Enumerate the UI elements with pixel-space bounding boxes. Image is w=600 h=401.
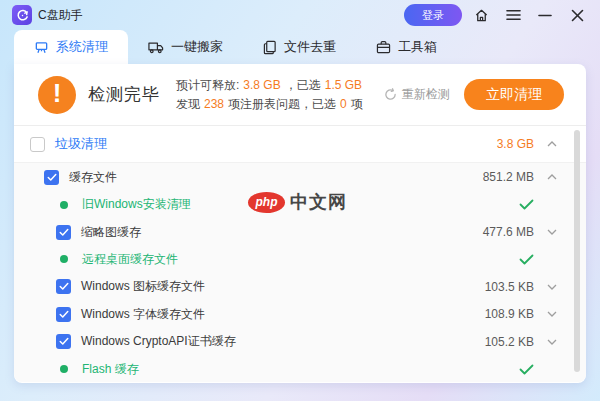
checkbox[interactable]	[30, 137, 45, 152]
green-dot-icon	[60, 365, 68, 373]
app-window: C盘助手 登录	[0, 0, 600, 401]
toolbox-icon	[376, 40, 391, 54]
checkbox[interactable]	[56, 279, 71, 294]
list-item-label: Flash 缓存	[82, 361, 139, 378]
list-item-size: 105.2 KB	[470, 335, 534, 349]
clean-now-button[interactable]: 立即清理	[464, 79, 564, 110]
green-dot-icon	[60, 201, 68, 209]
close-icon[interactable]	[564, 3, 590, 27]
tab-label: 系统清理	[56, 38, 108, 56]
checkbox[interactable]	[44, 170, 59, 185]
menu-icon[interactable]	[500, 3, 526, 27]
dedupe-icon	[263, 40, 277, 55]
watermark: php 中文网	[248, 190, 347, 214]
done-check-icon	[470, 254, 534, 265]
tab-system-clean[interactable]: 系统清理	[14, 30, 128, 64]
checkbox[interactable]	[56, 225, 71, 240]
chevron-down-icon[interactable]	[546, 311, 558, 317]
tab-bar: 系统清理 一键搬家 文件去重 工具箱	[0, 30, 600, 64]
list-item-size: 477.6 MB	[470, 225, 534, 239]
chevron-down-icon[interactable]	[546, 229, 558, 235]
group-size: 3.8 GB	[470, 137, 534, 151]
group-row-garbage-clean[interactable]: 垃圾清理 3.8 GB	[14, 126, 586, 162]
list-item-label: Windows 图标缓存文件	[81, 278, 205, 295]
list-item-cryptoapi-cache[interactable]: Windows CryptoAPI证书缓存 105.2 KB	[14, 328, 586, 355]
done-check-icon	[470, 199, 534, 210]
home-icon[interactable]	[468, 3, 494, 27]
clean-icon	[34, 40, 49, 55]
tab-toolbox[interactable]: 工具箱	[356, 30, 457, 64]
tab-one-key-move[interactable]: 一键搬家	[128, 30, 243, 64]
titlebar: C盘助手 登录	[0, 0, 600, 30]
minimize-icon[interactable]	[532, 3, 558, 27]
list-item-font-cache[interactable]: Windows 字体缓存文件 108.9 KB	[14, 301, 586, 328]
list-item-icon-cache[interactable]: Windows 图标缓存文件 103.5 KB	[14, 273, 586, 300]
cleanup-list: 垃圾清理 3.8 GB 缓存文件 851.2 MB	[14, 126, 586, 382]
rescan-label: 重新检测	[402, 86, 450, 103]
list-item-cache-files[interactable]: 缓存文件 851.2 MB	[14, 163, 586, 191]
registry-count: 238	[204, 97, 224, 111]
list-item-label: 远程桌面缓存文件	[82, 251, 178, 268]
truck-icon	[148, 40, 164, 54]
list-item-size: 108.9 KB	[470, 307, 534, 321]
list-item-thumbnail-cache[interactable]: 缩略图缓存 477.6 MB	[14, 218, 586, 245]
freeable-size: 3.8 GB	[243, 78, 280, 92]
checkbox[interactable]	[56, 307, 71, 322]
tab-label: 工具箱	[398, 38, 437, 56]
chevron-up-icon[interactable]	[546, 141, 558, 147]
list-item-label: Windows CryptoAPI证书缓存	[81, 333, 236, 350]
group-label: 垃圾清理	[55, 135, 107, 153]
list-item-label: Windows 字体缓存文件	[81, 306, 205, 323]
login-button[interactable]: 登录	[404, 4, 462, 26]
freeable-line: 预计可释放:3.8 GB，已选1.5 GB	[176, 76, 366, 95]
app-title: C盘助手	[38, 7, 83, 24]
list-item-label: 缓存文件	[69, 169, 117, 186]
app-logo-icon	[12, 5, 32, 25]
scrollbar[interactable]	[574, 130, 580, 372]
scan-summary: ! 检测完毕 预计可释放:3.8 GB，已选1.5 GB 发现238项注册表问题…	[14, 64, 586, 126]
chevron-down-icon[interactable]	[546, 339, 558, 345]
registry-selected-count: 0	[340, 97, 347, 111]
chevron-up-icon[interactable]	[546, 174, 558, 180]
rescan-button[interactable]: 重新检测	[384, 86, 450, 103]
done-check-icon	[470, 364, 534, 375]
scan-detail: 预计可释放:3.8 GB，已选1.5 GB 发现238项注册表问题，已选0项	[176, 76, 366, 114]
registry-line: 发现238项注册表问题，已选0项	[176, 95, 366, 114]
selected-size: 1.5 GB	[325, 78, 362, 92]
alert-icon: !	[38, 76, 76, 114]
checkbox[interactable]	[56, 334, 71, 349]
main-panel: ! 检测完毕 预计可释放:3.8 GB，已选1.5 GB 发现238项注册表问题…	[14, 64, 586, 383]
list-item-label: 缩略图缓存	[81, 224, 141, 241]
chevron-down-icon[interactable]	[546, 284, 558, 290]
list-item-flash-cache[interactable]: Flash 缓存	[14, 355, 586, 382]
list-item-remote-desktop-cache[interactable]: 远程桌面缓存文件	[14, 246, 586, 273]
refresh-icon	[384, 88, 397, 101]
scan-status-text: 检测完毕	[88, 83, 160, 106]
tab-file-dedupe[interactable]: 文件去重	[243, 30, 356, 64]
list-item-size: 103.5 KB	[470, 280, 534, 294]
watermark-text: 中文网	[290, 190, 347, 214]
list-item-label: 旧Windows安装清理	[82, 196, 191, 213]
list-item-size: 851.2 MB	[470, 170, 534, 184]
tab-label: 文件去重	[284, 38, 336, 56]
php-logo: php	[248, 192, 285, 213]
tab-label: 一键搬家	[171, 38, 223, 56]
green-dot-icon	[60, 255, 68, 263]
